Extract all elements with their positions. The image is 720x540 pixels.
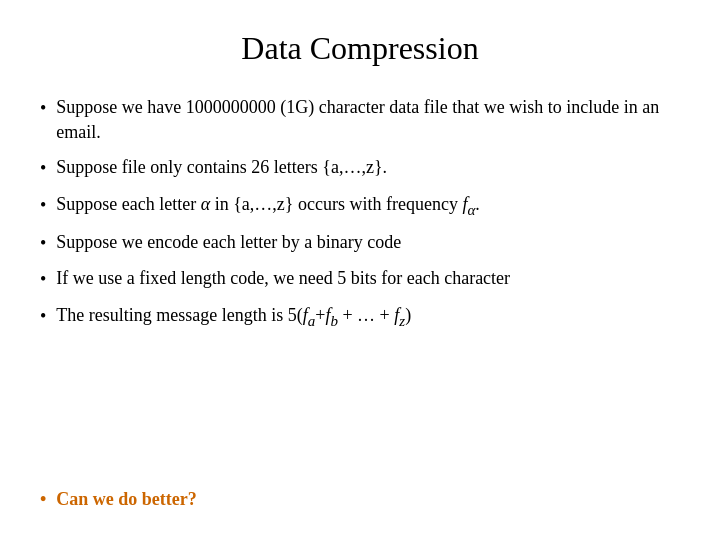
bullet-marker: • (40, 304, 46, 329)
bullet-marker: • (40, 231, 46, 256)
bullet-text: Suppose each letter α in {a,…,z} occurs … (56, 192, 680, 221)
slide-title: Data Compression (40, 30, 680, 67)
bullet-text: The resulting message length is 5(fa+fb … (56, 303, 680, 332)
bullet-text: Suppose we have 1000000000 (1G) characte… (56, 95, 680, 145)
cta-bullet: • (40, 489, 46, 510)
cta-item: • Can we do better? (40, 489, 680, 510)
bullet-list: • Suppose we have 1000000000 (1G) charac… (40, 95, 680, 471)
list-item: • Suppose we encode each letter by a bin… (40, 230, 680, 256)
bullet-marker: • (40, 267, 46, 292)
bullet-marker: • (40, 96, 46, 121)
bullet-marker: • (40, 156, 46, 181)
bullet-text: If we use a fixed length code, we need 5… (56, 266, 680, 291)
list-item: • Suppose we have 1000000000 (1G) charac… (40, 95, 680, 145)
list-item: • Suppose each letter α in {a,…,z} occur… (40, 192, 680, 221)
cta-text: Can we do better? (56, 489, 196, 510)
bullet-text: Suppose we encode each letter by a binar… (56, 230, 680, 255)
bullet-marker: • (40, 193, 46, 218)
list-item: • Suppose file only contains 26 letters … (40, 155, 680, 181)
list-item: • If we use a fixed length code, we need… (40, 266, 680, 292)
bullet-text: Suppose file only contains 26 letters {a… (56, 155, 680, 180)
slide: Data Compression • Suppose we have 10000… (0, 0, 720, 540)
list-item: • The resulting message length is 5(fa+f… (40, 303, 680, 332)
